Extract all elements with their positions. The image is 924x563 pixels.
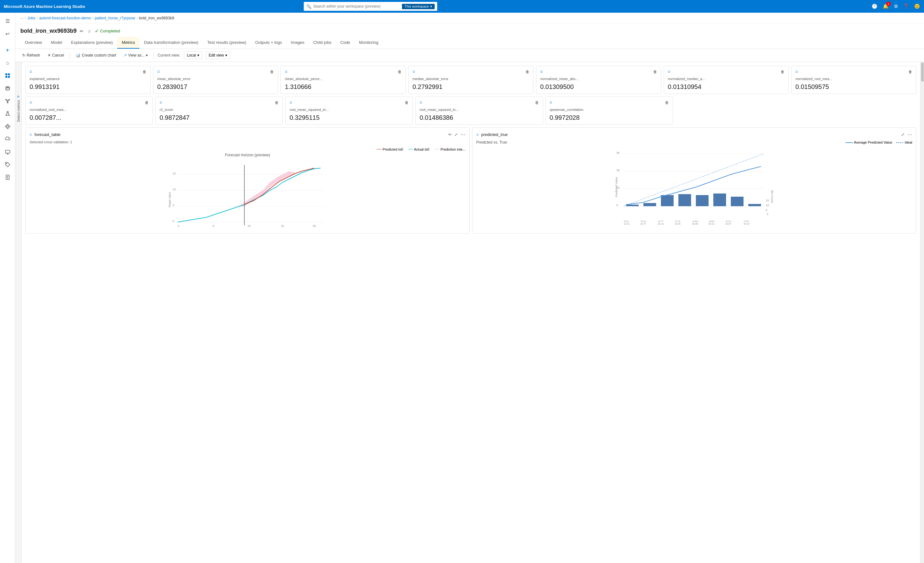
svg-text:33.57: 33.57: [725, 222, 732, 225]
chart-title2: predicted_true: [482, 132, 508, 137]
delete-icon[interactable]: 🗑: [275, 101, 279, 105]
svg-text:Target value: Target value: [168, 192, 171, 207]
delete-icon[interactable]: 🗑: [665, 101, 669, 105]
delete-icon[interactable]: 🗑: [145, 101, 149, 105]
notebook-icon[interactable]: [2, 171, 14, 183]
history-icon[interactable]: 🕐: [872, 3, 878, 9]
delete-icon[interactable]: 🗑: [270, 70, 274, 74]
settings-icon[interactable]: ⚙: [894, 3, 898, 9]
svg-text:5: 5: [213, 224, 214, 227]
svg-text:5: 5: [766, 209, 767, 212]
charts-row: = forecast_table ✏ ⤢ ⋯ Selected cross va…: [26, 128, 916, 234]
search-input[interactable]: [313, 4, 400, 9]
more-options2-button[interactable]: ⋯: [907, 132, 912, 138]
experiment-icon[interactable]: [2, 108, 14, 119]
favorite-button[interactable]: ☆: [87, 28, 92, 34]
delete-icon[interactable]: 🗑: [781, 70, 784, 74]
tab-outputs[interactable]: Outputs + logs: [251, 37, 286, 49]
scrollbar-thumb[interactable]: [921, 63, 924, 82]
breadcrumb-jobs[interactable]: Jobs: [27, 16, 35, 20]
delete-icon[interactable]: 🗑: [525, 70, 530, 74]
forecast-table-chart: = forecast_table ✏ ⤢ ⋯ Selected cross va…: [26, 128, 470, 234]
refresh-button[interactable]: ↻ Refresh: [20, 52, 42, 59]
view-icon: ↗: [124, 53, 127, 57]
network-icon[interactable]: [2, 95, 14, 107]
pipeline-icon[interactable]: [2, 121, 14, 132]
tab-explanations[interactable]: Explanations (preview): [67, 37, 118, 49]
tab-monitoring[interactable]: Monitoring: [355, 37, 383, 49]
create-chart-button[interactable]: 📊 Create custom chart: [74, 52, 118, 59]
metric-value: 0.01310954: [668, 83, 785, 90]
tab-metrics[interactable]: Metrics: [117, 37, 140, 49]
toolbar: ↻ Refresh ✕ Cancel 📊 Create custom chart…: [15, 49, 924, 62]
back-icon[interactable]: ↩: [2, 28, 14, 39]
equals-icon: =: [550, 100, 552, 105]
svg-rect-14: [9, 126, 10, 127]
svg-rect-1: [8, 74, 10, 75]
cancel-button[interactable]: ✕ Cancel: [46, 52, 66, 59]
delete-icon[interactable]: 🗑: [535, 101, 539, 105]
data-icon[interactable]: [2, 83, 14, 94]
content-area: ··· › Jobs › automl-forecast-function-de…: [15, 13, 924, 563]
delete-icon[interactable]: 🗑: [398, 70, 402, 74]
current-view-label: Current view:: [158, 53, 180, 57]
equals-icon: =: [290, 100, 292, 105]
svg-point-7: [9, 99, 9, 101]
compute-icon[interactable]: [2, 146, 14, 158]
tab-child-jobs[interactable]: Child jobs: [309, 37, 336, 49]
edit-name-button[interactable]: ✏: [79, 28, 84, 34]
tab-test-results[interactable]: Test results (preview): [203, 37, 251, 49]
predicted-true-svg: 45 30 15 0 Predicted Value 15 10 5 0 Bin…: [476, 146, 912, 225]
tab-model[interactable]: Model: [46, 37, 66, 49]
user-icon[interactable]: 😊: [914, 3, 920, 9]
jobs-icon[interactable]: [2, 70, 14, 81]
cloud-icon[interactable]: [2, 134, 14, 145]
svg-point-5: [7, 101, 8, 102]
menu-icon[interactable]: ☰: [2, 15, 14, 27]
svg-rect-68: [748, 204, 761, 206]
workspace-button[interactable]: This workspace ▾: [402, 4, 434, 9]
status-label: Completed: [100, 29, 120, 33]
home-icon[interactable]: ⌂: [2, 57, 14, 69]
help-icon[interactable]: ❓: [903, 3, 909, 9]
notification-icon[interactable]: 🔔1: [883, 3, 889, 9]
edit-chart-button[interactable]: ✏: [448, 132, 452, 138]
equals-icon: =: [419, 100, 422, 105]
chart2-legend-row: Predicted vs. True Average Predicted Val…: [476, 140, 912, 144]
scrollbar[interactable]: [920, 62, 924, 563]
tab-code[interactable]: Code: [336, 37, 355, 49]
tab-overview[interactable]: Overview: [20, 37, 46, 49]
breadcrumb-patient[interactable]: patient_horse_r7yrpsxw: [95, 16, 135, 20]
more-options-button[interactable]: ⋯: [460, 132, 465, 138]
view-as-button[interactable]: ↗ View as... ▾: [122, 52, 150, 59]
delete-icon[interactable]: 🗑: [142, 70, 147, 74]
legend-ideal: Ideal: [896, 140, 912, 144]
double-arrow-icon[interactable]: »: [17, 94, 20, 99]
delete-icon[interactable]: 🗑: [405, 101, 409, 105]
select-metrics-label: Select metrics: [16, 100, 20, 122]
equals-icon: =: [540, 69, 543, 74]
delete-icon[interactable]: 🗑: [908, 70, 912, 74]
chart-equals-icon2: =: [476, 132, 479, 137]
expand-chart-button[interactable]: ⤢: [454, 132, 458, 138]
tab-images[interactable]: Images: [286, 37, 309, 49]
svg-text:30.21: 30.21: [709, 222, 715, 225]
metric-card-nmedian: = 🗑 normalized_median_a... 0.01310954: [664, 66, 789, 94]
tab-data-transformation[interactable]: Data transformation (preview): [140, 37, 203, 49]
metric-value: 0.9872847: [159, 114, 279, 122]
more-icon[interactable]: ···: [20, 16, 24, 20]
chevron-down-icon: ▾: [430, 5, 432, 9]
breadcrumb-automl[interactable]: automl-forecast-function-demo: [39, 16, 91, 20]
select-metrics-sidebar: » Select metrics: [15, 62, 22, 563]
metric-value: 0.9913191: [30, 83, 147, 90]
label-icon[interactable]: [2, 159, 14, 170]
chevron-down-icon: ▾: [146, 53, 148, 57]
metric-card-r2: = 🗑 r2_score 0.9872847: [155, 97, 283, 125]
expand-chart2-button[interactable]: ⤢: [901, 132, 904, 138]
edit-view-dropdown[interactable]: Edit view ▾: [206, 51, 230, 59]
local-dropdown[interactable]: Local ▾: [184, 51, 202, 59]
add-icon[interactable]: +: [2, 45, 14, 56]
delete-icon[interactable]: 🗑: [653, 70, 657, 74]
x-axis-label: Forecast horizon (preview): [30, 153, 465, 157]
chevron-down-icon2: ▾: [197, 53, 199, 57]
